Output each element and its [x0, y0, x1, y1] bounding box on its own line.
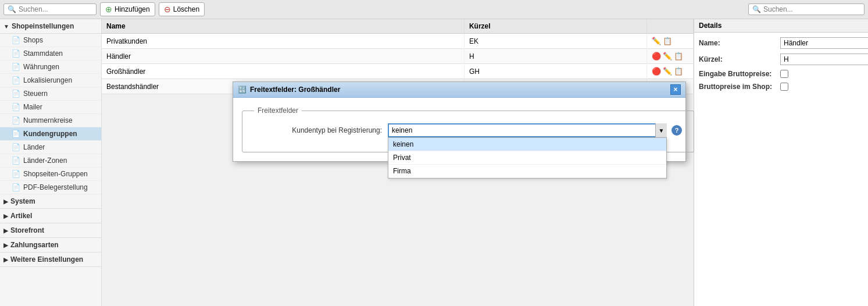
details-kuerzel-input[interactable]	[780, 54, 868, 65]
page-icon: 📄	[12, 130, 20, 138]
details-bruttopreise-shop-row: Bruttopreise im Shop:	[699, 83, 863, 91]
page-icon: 📄	[12, 90, 20, 98]
details-body: Name: Kürzel: Eingabe Bruttopreise: Brut…	[694, 33, 868, 100]
bruttopreise-shop-checkbox[interactable]	[780, 83, 788, 91]
sidebar-item-mailer[interactable]: 📄 Mailer	[0, 101, 101, 114]
row-name: Privatkunden	[102, 34, 464, 49]
chevron-right-icon: ▶	[3, 213, 8, 219]
sidebar-section-zahlungsarten[interactable]: ▶ Zahlungsarten	[0, 238, 101, 252]
edit-icon[interactable]: ✏️	[652, 37, 661, 45]
details-bruttopreise-shop-label: Bruttopreise im Shop:	[699, 83, 780, 91]
sidebar-item-waehrungen[interactable]: 📄 Währungen	[0, 61, 101, 74]
sidebar-section-system[interactable]: ▶ System	[0, 194, 101, 209]
col-kuerzel-header: Kürzel	[464, 19, 646, 34]
search-left-icon: 🔍	[8, 5, 16, 13]
help-button[interactable]: ?	[671, 125, 682, 136]
sidebar-item-steuern[interactable]: 📄 Steuern	[0, 87, 101, 101]
chevron-right-icon: ▶	[3, 242, 8, 248]
modal-dialog: 🔣 Freitextfelder: Großhändler × Freitext…	[233, 81, 686, 162]
modal-form-row: Kundentyp bei Registrierung: keinen Priv…	[254, 123, 682, 137]
modal-titlebar: 🔣 Freitextfelder: Großhändler ×	[233, 82, 685, 98]
sidebar-item-laenderzonen[interactable]: 📄 Länder-Zonen	[0, 154, 101, 168]
page-icon: 📄	[12, 103, 20, 111]
select-wrapper: keinen Privat Firma ▼ keinen Privat Firm…	[388, 123, 667, 137]
sidebar-section-artikel[interactable]: ▶ Artikel	[0, 209, 101, 223]
sidebar-item-kundengruppen[interactable]: 📄 Kundengruppen	[0, 127, 101, 141]
page-icon: 📄	[12, 36, 20, 44]
search-left-container: 🔍	[3, 3, 97, 15]
row-actions: 🔴 ✏️ 📋	[647, 64, 694, 79]
bruttopreise-checkbox[interactable]	[780, 70, 788, 78]
search-right-icon: 🔍	[752, 5, 761, 13]
page-icon: 📄	[12, 63, 20, 71]
modal-close-button[interactable]: ×	[670, 84, 681, 95]
modal-title-icon: 🔣	[238, 86, 247, 94]
copy-icon[interactable]: 📋	[663, 37, 672, 45]
copy-icon[interactable]: 📋	[674, 67, 683, 76]
search-left-input[interactable]	[19, 5, 92, 13]
add-button[interactable]: ⊕ Hinzufügen	[100, 2, 155, 16]
row-actions: 🔴 ✏️ 📋	[647, 49, 694, 64]
page-icon: 📄	[12, 183, 20, 191]
row-name: Händler	[102, 49, 464, 64]
plus-icon: ⊕	[105, 5, 112, 14]
sidebar-section-storefront[interactable]: ▶ Storefront	[0, 223, 101, 238]
sidebar-item-stammdaten[interactable]: 📄 Stammdaten	[0, 47, 101, 61]
table-row: Großhändler GH 🔴 ✏️ 📋	[102, 64, 694, 79]
chevron-right-icon: ▶	[3, 198, 8, 205]
add-button-label: Hinzufügen	[115, 5, 150, 13]
details-name-input[interactable]	[780, 37, 868, 49]
mailer-label: Mailer	[23, 103, 42, 111]
sidebar-item-pdf[interactable]: 📄 PDF-Belegerstellung	[0, 181, 101, 194]
shops-label: Shops	[23, 36, 43, 44]
kundentyp-select[interactable]: keinen Privat Firma	[388, 123, 667, 137]
table-row: Privatkunden EK ✏️ 📋	[102, 34, 694, 49]
delete-row-icon[interactable]: 🔴	[652, 52, 661, 61]
storefront-label: Storefront	[10, 226, 44, 234]
dropdown-list: keinen Privat Firma	[388, 137, 667, 179]
details-panel: Details Name: Kürzel: Eingabe Bruttoprei…	[694, 19, 868, 306]
delete-button[interactable]: ⊖ Löschen	[159, 2, 205, 16]
dropdown-item-keinen[interactable]: keinen	[388, 138, 666, 151]
laenderzonen-label: Länder-Zonen	[23, 156, 67, 165]
page-icon: 📄	[12, 143, 20, 151]
table-row: Händler H 🔴 ✏️ 📋	[102, 49, 694, 64]
details-name-row: Name:	[699, 37, 863, 49]
sidebar-item-laender[interactable]: 📄 Länder	[0, 141, 101, 154]
fieldset-legend: Freitextfelder	[254, 106, 302, 115]
shopseiten-label: Shopseiten-Gruppen	[23, 170, 88, 178]
pdf-label: PDF-Belegerstellung	[23, 183, 88, 191]
weitere-label: Weitere Einstellungen	[10, 255, 83, 264]
edit-icon[interactable]: ✏️	[663, 52, 672, 61]
sidebar-item-shopseiten[interactable]: 📄 Shopseiten-Gruppen	[0, 168, 101, 181]
page-icon: 📄	[12, 170, 20, 178]
system-label: System	[10, 197, 35, 205]
delete-row-icon[interactable]: 🔴	[652, 67, 661, 76]
details-kuerzel-label: Kürzel:	[699, 55, 780, 63]
details-kuerzel-row: Kürzel:	[699, 54, 863, 65]
dropdown-item-firma[interactable]: Firma	[388, 165, 666, 178]
sidebar-item-lokalisierungen[interactable]: 📄 Lokalisierungen	[0, 74, 101, 87]
sidebar-section-weitere[interactable]: ▶ Weitere Einstellungen	[0, 252, 101, 267]
details-header: Details	[694, 19, 868, 33]
page-icon: 📄	[12, 156, 20, 165]
row-kuerzel: EK	[464, 34, 646, 49]
artikel-label: Artikel	[10, 212, 32, 220]
sidebar: ▼ Shopeinstellungen 📄 Shops 📄 Stammdaten…	[0, 19, 102, 306]
search-right-container: 🔍	[748, 3, 865, 15]
sidebar-item-shops[interactable]: 📄 Shops	[0, 34, 101, 47]
search-right-input[interactable]	[763, 5, 860, 13]
zahlungsarten-label: Zahlungsarten	[10, 241, 59, 249]
shopeinstellungen-label: Shopeinstellungen	[12, 22, 74, 30]
top-bar: 🔍 ⊕ Hinzufügen ⊖ Löschen 🔍	[0, 0, 868, 19]
row-kuerzel: GH	[464, 64, 646, 79]
sidebar-item-nummernkreise[interactable]: 📄 Nummernkreise	[0, 114, 101, 127]
details-name-label: Name:	[699, 39, 780, 47]
select-arrow-icon[interactable]: ▼	[655, 123, 667, 137]
lokalisierungen-label: Lokalisierungen	[23, 76, 72, 84]
copy-icon[interactable]: 📋	[674, 52, 683, 61]
sidebar-section-shopeinstellungen[interactable]: ▼ Shopeinstellungen	[0, 19, 101, 34]
details-bruttopreise-row: Eingabe Bruttopreise:	[699, 70, 863, 78]
edit-icon[interactable]: ✏️	[663, 67, 672, 76]
dropdown-item-privat[interactable]: Privat	[388, 151, 666, 165]
